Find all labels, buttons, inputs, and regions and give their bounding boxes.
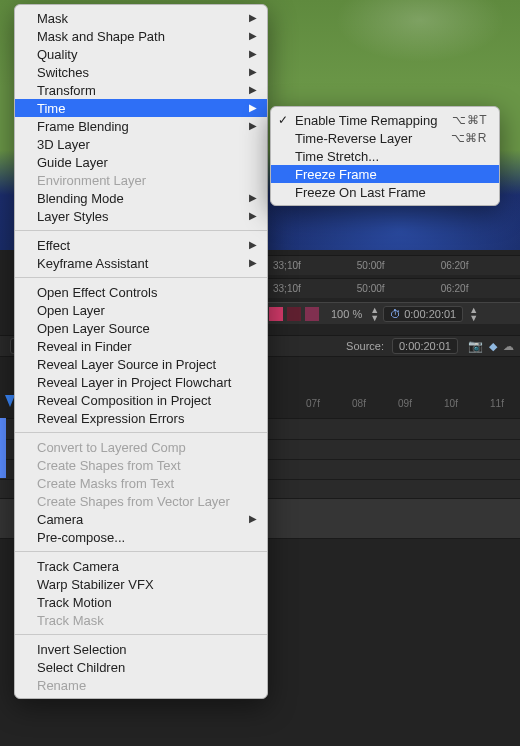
menu-item-pre-compose[interactable]: Pre-compose... [15,528,267,546]
submenu-arrow-icon: ▶ [249,48,257,59]
menu-item-label: Reveal Layer in Project Flowchart [37,375,231,390]
menu-separator [15,230,267,231]
menu-item-label: Effect [37,238,70,253]
submenu-item-freeze-frame[interactable]: Freeze Frame [271,165,499,183]
color-icon[interactable]: ◆ [489,340,497,353]
submenu-arrow-icon: ▶ [249,102,257,113]
source-timecode[interactable]: 0:00:20:01 [392,338,458,354]
submenu-arrow-icon: ▶ [249,12,257,23]
menu-item-label: Select Children [37,660,125,675]
menu-item-label: 3D Layer [37,137,90,152]
menu-item-reveal-layer-source-in-project[interactable]: Reveal Layer Source in Project [15,355,267,373]
snapshot-icon[interactable]: 📷 [468,339,483,353]
menu-item-label: Track Camera [37,559,119,574]
time-ruler-1[interactable]: 33;10f 50:00f 06:20f [265,255,520,275]
weather-icon[interactable]: ☁ [503,340,514,353]
menu-item-reveal-expression-errors[interactable]: Reveal Expression Errors [15,409,267,427]
time-ruler-2[interactable]: 33;10f 50:00f 06:20f [265,278,520,298]
menu-item-open-layer-source[interactable]: Open Layer Source [15,319,267,337]
menu-item-label: Keyframe Assistant [37,256,148,271]
menu-item-effect[interactable]: Effect▶ [15,236,267,254]
menu-item-label: Convert to Layered Comp [37,440,186,455]
menu-item-label: Track Mask [37,613,104,628]
menu-item-label: Guide Layer [37,155,108,170]
menu-item-time[interactable]: Time▶ [15,99,267,117]
menu-item-select-children[interactable]: Select Children [15,658,267,676]
menu-item-invert-selection[interactable]: Invert Selection [15,640,267,658]
submenu-arrow-icon: ▶ [249,84,257,95]
menu-item-label: Reveal Composition in Project [37,393,211,408]
menu-item-label: Transform [37,83,96,98]
menu-item-frame-blending[interactable]: Frame Blending▶ [15,117,267,135]
layer-context-menu[interactable]: Mask▶Mask and Shape Path▶Quality▶Switche… [14,4,268,699]
menu-item-label: Mask and Shape Path [37,29,165,44]
current-timecode[interactable]: ⏱ 0:00:20:01 [383,306,463,322]
color-swatch[interactable] [305,307,319,321]
menu-item-create-shapes-from-text: Create Shapes from Text [15,456,267,474]
menu-item-track-mask: Track Mask [15,611,267,629]
menu-item-mask-and-shape-path[interactable]: Mask and Shape Path▶ [15,27,267,45]
menu-item-label: Camera [37,512,83,527]
frame-tick: 11f [474,398,520,416]
menu-item-transform[interactable]: Transform▶ [15,81,267,99]
menu-item-label: Quality [37,47,77,62]
submenu-item-label: Time Stretch... [295,149,379,164]
menu-item-label: Environment Layer [37,173,146,188]
menu-item-guide-layer[interactable]: Guide Layer [15,153,267,171]
time-submenu[interactable]: ✓Enable Time Remapping⌥⌘TTime-Reverse La… [270,106,500,206]
menu-item-label: Rename [37,678,86,693]
menu-item-label: Blending Mode [37,191,124,206]
menu-item-switches[interactable]: Switches▶ [15,63,267,81]
menu-item-label: Layer Styles [37,209,109,224]
menu-item-label: Open Effect Controls [37,285,157,300]
menu-item-quality[interactable]: Quality▶ [15,45,267,63]
menu-item-label: Create Shapes from Text [37,458,181,473]
menu-item-warp-stabilizer-vfx[interactable]: Warp Stabilizer VFX [15,575,267,593]
zoom-stepper-icon[interactable]: ▲▼ [370,306,379,322]
menu-item-label: Invert Selection [37,642,127,657]
frame-tick: 09f [382,398,428,416]
marker-icon[interactable] [287,307,301,321]
submenu-item-label: Freeze On Last Frame [295,185,426,200]
layer-bar[interactable] [0,418,6,478]
checkmark-icon: ✓ [278,113,288,127]
menu-item-label: Warp Stabilizer VFX [37,577,154,592]
submenu-arrow-icon: ▶ [249,66,257,77]
menu-item-environment-layer: Environment Layer [15,171,267,189]
menu-item-open-layer[interactable]: Open Layer [15,301,267,319]
menu-item-track-camera[interactable]: Track Camera [15,557,267,575]
menu-item-label: Time [37,101,65,116]
menu-item-track-motion[interactable]: Track Motion [15,593,267,611]
menu-item-label: Reveal Layer Source in Project [37,357,216,372]
menu-item-rename: Rename [15,676,267,694]
menu-item-mask[interactable]: Mask▶ [15,9,267,27]
submenu-item-time-reverse-layer[interactable]: Time-Reverse Layer⌥⌘R [271,129,499,147]
submenu-arrow-icon: ▶ [249,513,257,524]
menu-item-label: Pre-compose... [37,530,125,545]
menu-item-reveal-layer-in-project-flowchart[interactable]: Reveal Layer in Project Flowchart [15,373,267,391]
menu-item-camera[interactable]: Camera▶ [15,510,267,528]
menu-item-label: Create Masks from Text [37,476,174,491]
submenu-item-label: Freeze Frame [295,167,377,182]
menu-item-create-masks-from-text: Create Masks from Text [15,474,267,492]
menu-item-reveal-composition-in-project[interactable]: Reveal Composition in Project [15,391,267,409]
menu-item-label: Mask [37,11,68,26]
ruler-tick: 06:20f [441,283,469,294]
submenu-item-enable-time-remapping[interactable]: ✓Enable Time Remapping⌥⌘T [271,111,499,129]
menu-item-label: Reveal in Finder [37,339,132,354]
menu-item-label: Open Layer Source [37,321,150,336]
menu-item-layer-styles[interactable]: Layer Styles▶ [15,207,267,225]
menu-item-open-effect-controls[interactable]: Open Effect Controls [15,283,267,301]
submenu-arrow-icon: ▶ [249,30,257,41]
marker-icon[interactable] [269,307,283,321]
menu-item-create-shapes-from-vector-layer: Create Shapes from Vector Layer [15,492,267,510]
timecode-stepper-icon[interactable]: ▲▼ [469,306,478,322]
submenu-item-freeze-on-last-frame[interactable]: Freeze On Last Frame [271,183,499,201]
menu-item-reveal-in-finder[interactable]: Reveal in Finder [15,337,267,355]
menu-item-keyframe-assistant[interactable]: Keyframe Assistant▶ [15,254,267,272]
zoom-percent[interactable]: 100 % [331,308,362,320]
ruler-tick: 33;10f [273,283,301,294]
menu-item-3d-layer[interactable]: 3D Layer [15,135,267,153]
submenu-item-time-stretch[interactable]: Time Stretch... [271,147,499,165]
menu-item-blending-mode[interactable]: Blending Mode▶ [15,189,267,207]
